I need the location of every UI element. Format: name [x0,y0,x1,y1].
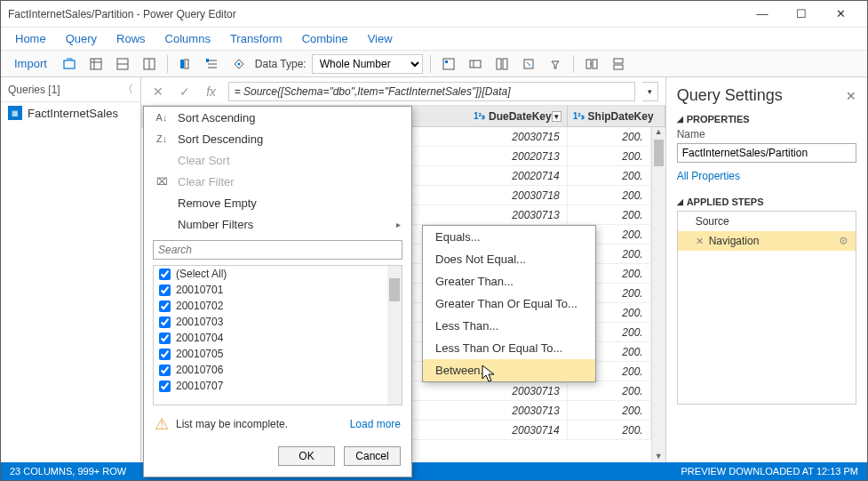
submenu-item[interactable]: Less Than... [423,315,595,337]
sort-ascending[interactable]: A↓Sort Ascending [144,107,411,128]
sort-descending[interactable]: Z↓Sort Descending [144,128,411,149]
column-filter-icon[interactable]: ▾ [552,111,561,122]
submenu-arrow-icon: ▸ [396,220,401,229]
svg-rect-23 [586,60,591,68]
menu-query[interactable]: Query [57,28,106,49]
sort-asc-icon: A↓ [155,112,169,123]
all-properties-link[interactable]: All Properties [677,170,740,182]
filter-checkbox[interactable] [159,349,171,360]
menu-columns[interactable]: Columns [156,28,219,49]
filter-value-row[interactable]: 20010702 [154,298,402,314]
step-source[interactable]: Source [678,212,856,231]
warning-icon: ⚠ [155,414,169,434]
toolbar-icon-9[interactable] [465,53,486,75]
filter-checkbox[interactable] [159,365,171,376]
toolbar-icon-2[interactable] [85,53,107,75]
toolbar-icon-5[interactable] [175,53,196,75]
filter-value-row[interactable]: 20010701 [154,282,402,298]
submenu-item[interactable]: Less Than Or Equal To... [423,337,595,359]
close-button[interactable]: ✕ [821,2,860,27]
svg-rect-27 [614,65,623,69]
cancel-formula-icon[interactable]: ✕ [148,82,168,101]
toolbar-icon-6[interactable] [202,53,223,75]
filter-checkbox[interactable] [159,285,171,296]
filter-search-input[interactable] [153,240,402,260]
filter-value-row[interactable]: 20010704 [154,330,402,346]
commit-formula-icon[interactable]: ✓ [175,82,195,101]
applied-steps-section[interactable]: ◢APPLIED STEPS [677,196,856,207]
svg-line-22 [527,62,530,66]
minimize-button[interactable]: — [743,2,782,27]
number-filters[interactable]: Number Filters▸ [144,213,411,235]
query-item[interactable]: ▦ FactInternetSales [1,102,140,124]
remove-empty[interactable]: Remove Empty [144,192,411,213]
menu-home[interactable]: Home [6,28,55,49]
window-title: FactInternetSales/Partition - Power Quer… [8,8,743,20]
cancel-button[interactable]: Cancel [344,446,401,466]
filter-checkbox[interactable] [159,381,171,392]
load-more-link[interactable]: Load more [350,418,401,430]
col-shipdatekey[interactable]: 1²₃ ShipDateKey [568,106,665,126]
import-button[interactable]: Import [8,53,53,75]
menu-rows[interactable]: Rows [108,28,155,49]
properties-section[interactable]: ◢PROPERTIES [677,114,856,124]
maximize-button[interactable]: ☐ [782,2,821,27]
formula-input[interactable] [228,82,635,101]
submenu-item[interactable]: Greater Than Or Equal To... [423,293,595,315]
name-input[interactable] [677,143,856,163]
menu-combine[interactable]: Combine [293,28,357,49]
fx-icon[interactable]: fx [202,82,221,101]
toolbar-icon-7[interactable] [228,53,250,75]
toolbar-icon-13[interactable] [581,53,602,75]
menubar: HomeQueryRowsColumnsTransformCombineView [1,28,867,51]
svg-point-14 [237,62,240,65]
toolbar-icon-14[interactable] [608,53,629,75]
filter-value-row[interactable]: 20010703 [154,314,402,330]
delete-step-icon[interactable]: ✕ [696,236,704,247]
filter-value-row[interactable]: 20010706 [154,362,402,378]
svg-rect-19 [497,59,501,69]
step-gear-icon[interactable]: ⚙ [839,235,848,247]
filter-checkbox[interactable] [159,301,171,312]
toolbar-icon-4[interactable] [139,53,160,75]
formula-expand-icon[interactable]: ▾ [642,82,658,101]
filter-checkbox[interactable] [159,269,171,280]
menu-view[interactable]: View [359,28,402,49]
toolbar-icon-11[interactable] [518,53,539,75]
clear-filter-icon: ⌧ [155,176,169,188]
toolbar-icon-12[interactable] [545,53,566,75]
close-settings-icon[interactable]: ✕ [846,89,856,103]
svg-rect-15 [443,59,454,69]
incomplete-warning: ⚠ List may be incomplete. Load more [144,409,411,439]
ok-button[interactable]: OK [278,446,335,466]
toolbar-icon-10[interactable] [491,53,513,75]
toolbar-icon-3[interactable] [112,53,133,75]
status-bar: 23 COLUMNS, 999+ ROW PREVIEW DOWNLOADED … [1,462,867,480]
clear-filter: ⌧Clear Filter [144,171,411,192]
filter-value-row[interactable]: (Select All) [154,266,402,282]
filter-value-row[interactable]: 20010705 [154,346,402,362]
svg-rect-0 [64,60,75,68]
datatype-select[interactable]: Whole Number [312,54,423,74]
toolbar: Import Data Type: Whole Number [1,51,867,77]
toolbar-icon-1[interactable] [59,53,80,75]
toolbar-icon-8[interactable] [438,53,459,75]
submenu-item[interactable]: Does Not Equal... [423,248,595,270]
table-icon: ▦ [8,106,22,120]
filter-checkbox[interactable] [159,333,171,344]
cell: 200. [568,166,651,185]
svg-rect-16 [445,60,448,63]
submenu-item[interactable]: Between... [423,359,595,381]
step-navigation[interactable]: ✕Navigation⚙ [678,231,856,251]
submenu-item[interactable]: Greater Than... [423,270,595,293]
datatype-label: Data Type: [255,58,307,70]
filter-scrollbar[interactable] [387,266,402,405]
number-filters-submenu: Equals...Does Not Equal...Greater Than..… [422,225,596,382]
submenu-item[interactable]: Equals... [423,226,595,248]
filter-checkbox[interactable] [159,317,171,328]
collapse-icon[interactable]: 〈 [123,82,133,97]
filter-value-row[interactable]: 20010707 [154,378,402,394]
vertical-scrollbar[interactable]: ▲ ▼ [651,127,665,464]
col-label: DueDateKey [489,110,552,123]
menu-transform[interactable]: Transform [221,28,291,49]
